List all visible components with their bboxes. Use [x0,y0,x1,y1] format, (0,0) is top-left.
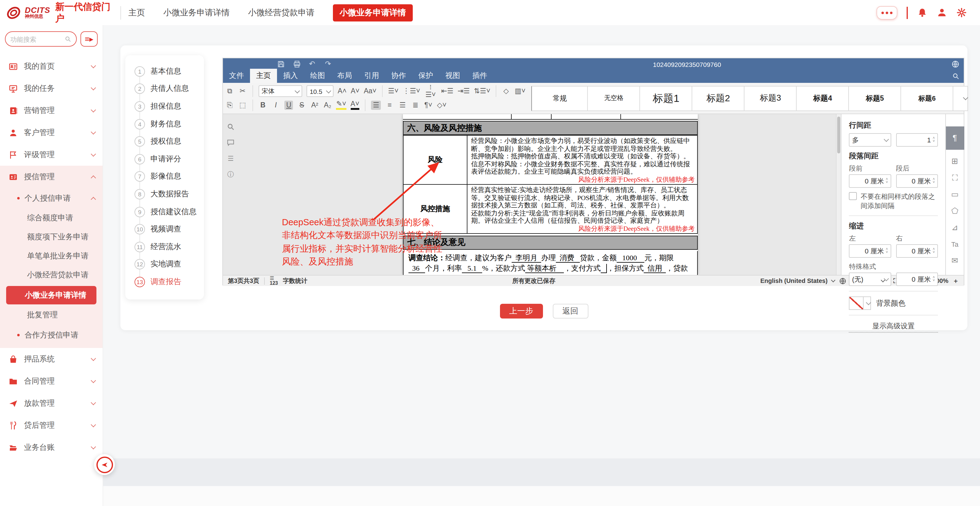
step-business-flow[interactable]: 11经营流水 [125,238,204,255]
style-heading1[interactable]: 标题1 [640,86,692,111]
editor-search-icon[interactable] [952,72,959,80]
save-icon[interactable] [277,60,285,68]
paste-icon[interactable]: ⎘ [226,102,234,109]
style-heading3[interactable]: 标题3 [745,86,797,111]
shrink-font-icon[interactable]: A˅ [351,88,360,95]
spacing-before-stepper[interactable]: 0 厘米˄˅ [849,174,891,188]
cut-icon[interactable]: ✂ [238,88,247,95]
step-bigdata-report[interactable]: 8大数据报告 [125,186,204,203]
bold-icon[interactable]: B [259,102,267,109]
line-spacing-select[interactable]: 多 [849,133,891,147]
sidebar-item-approval-management[interactable]: 批复管理 [0,306,103,325]
superscript-icon[interactable]: A² [310,102,319,109]
previous-step-button[interactable]: 上一步 [500,304,542,319]
nav-tab-home[interactable]: 主页 [128,7,145,18]
select-icon[interactable]: ⬚ [238,102,247,109]
sidebar-item-personal-credit-apply[interactable]: 个人授信申请 [0,188,103,209]
sidebar-item-micro-detail-active[interactable]: 小微业务申请详情 [6,286,96,305]
copy-icon[interactable]: ⧉ [226,88,234,95]
doc-headings-icon[interactable]: ☰ [227,155,235,163]
sidebar-item-disbursement[interactable]: 放款管理 [0,392,103,414]
textart-panel-icon[interactable]: Ta [950,240,960,249]
step-guarantee-info[interactable]: 3担保信息 [125,98,204,115]
sidebar-item-composite-limit-apply[interactable]: 综合额度申请 [0,209,103,228]
step-application-score[interactable]: 6申请评分 [125,151,204,168]
redo-icon[interactable]: ↷ [325,60,333,68]
subscript-icon[interactable]: A₂ [323,102,332,109]
nav-tab-micro-detail-active[interactable]: 小微业务申请详情 [333,4,413,21]
spellcheck-globe-icon[interactable] [839,277,847,284]
settings-gear-icon[interactable] [956,7,967,18]
menu-tab-protect[interactable]: 保护 [412,69,439,83]
sidebar-item-post-loan[interactable]: 贷后管理 [0,414,103,436]
document-scrollbar[interactable] [836,114,841,275]
shape-panel-icon[interactable]: ⬠ [950,206,960,216]
spacing-after-stepper[interactable]: 0 厘米˄˅ [896,174,938,188]
menu-tab-plugins[interactable]: 插件 [466,69,493,83]
word-count-label[interactable]: 字数统计 [283,276,307,285]
menu-toggle-button[interactable]: ≡▸ [81,31,98,47]
multilevel-list-icon[interactable]: ⁝☰˅ [425,84,437,98]
same-style-checkbox[interactable] [849,192,857,200]
style-normal[interactable]: 常规 [531,86,588,111]
document-page[interactable]: 六、风险及风控措施 风险 经营风险：小微企业市场竞争力弱，易受行业波动（如政策变… [403,114,698,275]
print-icon[interactable] [293,60,301,68]
undo-icon[interactable]: ↶ [309,60,317,68]
italic-icon[interactable]: I [272,102,280,109]
justify-icon[interactable]: ≣ [411,102,420,109]
globe-icon[interactable] [951,60,959,68]
return-button[interactable]: 返回 [552,304,588,319]
sidebar-item-rating[interactable]: 评级管理 [0,144,103,166]
style-heading6[interactable]: 标题6 [901,86,954,111]
line-spacing-icon[interactable]: ⇅☰˅ [474,88,490,95]
underline-icon[interactable]: U [285,101,293,110]
style-heading5[interactable]: 标题5 [849,86,901,111]
chart-panel-icon[interactable]: ⊿ [950,223,960,233]
sidebar-collapse-button[interactable] [94,454,115,475]
color-scale-icon[interactable]: ▥˅ [515,88,525,95]
sidebar-item-under-limit-apply[interactable]: 额度项下业务申请 [0,228,103,247]
menu-tab-draw[interactable]: 绘图 [304,69,331,83]
table-panel-icon[interactable]: ⊞ [950,157,960,166]
indent-right-stepper[interactable]: 0 厘米˄˅ [896,244,938,258]
step-survey-report-active[interactable]: 13调查报告 [125,273,204,290]
sidebar-item-marketing[interactable]: 营销管理 [0,100,103,122]
paragraph-panel-icon[interactable]: ¶ [946,127,964,150]
menu-tab-insert[interactable]: 插入 [277,69,304,83]
sidebar-item-ledger[interactable]: 业务台账 [0,436,103,458]
zoom-in-icon[interactable]: ＋ [953,276,959,285]
sidebar-item-my-tasks[interactable]: 我的任务 [0,77,103,100]
align-center-icon[interactable]: ≡ [385,102,394,109]
doc-comment-icon[interactable] [227,139,235,147]
strikethrough-icon[interactable]: S [298,102,306,109]
line-spacing-stepper[interactable]: 1˄˅ [896,133,938,147]
font-size-select[interactable]: 10.5 [307,85,333,97]
numbered-list-icon[interactable]: ⋮☰˅ [402,88,420,95]
align-left-icon[interactable]: ☰ [371,101,381,110]
step-authorization-info[interactable]: 5授权信息 [125,133,204,151]
show-advanced-settings-link[interactable]: 显示高级设置 [849,322,938,333]
menu-tab-home[interactable]: 主页 [250,69,277,83]
doc-search-icon[interactable] [227,123,235,131]
sidebar-item-collateral[interactable]: 押品系统 [0,348,103,370]
align-right-icon[interactable]: ☰ [398,102,407,109]
decrease-indent-icon[interactable]: ⇤☰ [441,88,453,95]
shading-icon[interactable]: ◇ [502,88,511,95]
step-credit-suggestion[interactable]: 9授信建议信息 [125,203,204,220]
mailmerge-panel-icon[interactable]: ✉ [950,256,960,266]
menu-tab-file[interactable]: 文件 [223,69,250,83]
search-input[interactable] [10,35,53,43]
sidebar-item-credit-management[interactable]: 授信管理 [0,166,103,188]
step-image-info[interactable]: 7影像信息 [125,168,204,186]
step-basic-info[interactable]: 1基本信息 [125,63,204,80]
menu-tab-collaboration[interactable]: 协作 [385,69,412,83]
style-heading4[interactable]: 标题4 [797,86,849,111]
menu-tab-view[interactable]: 视图 [439,69,466,83]
image-panel-icon[interactable]: ⛶ [950,173,960,183]
fill-color-icon[interactable]: ◇˅ [437,102,447,109]
sidebar-item-contracts[interactable]: 合同管理 [0,370,103,392]
sidebar-item-partner-credit-apply[interactable]: 合作方授信申请 [0,325,103,346]
font-color-icon[interactable]: A˅ [350,101,360,110]
font-name-select[interactable]: 宋体 [259,85,302,97]
increase-indent-icon[interactable]: ⇥☰ [458,88,469,95]
